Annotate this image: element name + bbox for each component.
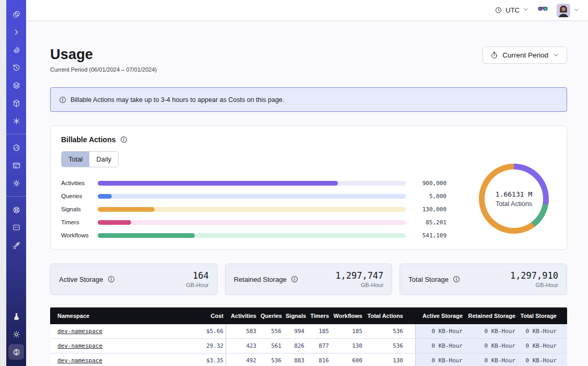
bar-fill [98, 207, 155, 212]
sidebar-divider [6, 196, 26, 197]
workflows-cell: 130 [331, 342, 364, 349]
user-menu[interactable] [557, 4, 580, 17]
timers-cell: 816 [307, 357, 331, 364]
retained-storage-cell: 0 KB-Hour [465, 339, 518, 353]
total-storage-unit: GB-Hour [510, 282, 558, 288]
total-actions-label: Total Actions [496, 200, 532, 208]
3d-glasses-icon[interactable] [537, 4, 548, 17]
cost-cell: $5.66 [175, 328, 226, 335]
chevron-down-icon [573, 6, 580, 15]
table-row: dev-namespace $5.66 583 556 994 185 185 … [50, 324, 567, 339]
workflows-cell: 185 [331, 328, 364, 335]
billing-card-icon[interactable] [8, 157, 24, 173]
retained-storage-card: Retained Storage 1,297,747 GB-Hour [225, 264, 393, 295]
timezone-label: UTC [505, 6, 520, 14]
col-signals: Signals [284, 313, 307, 319]
namespace-usage-table: Namespace Cost Activities Queries Signal… [50, 307, 567, 366]
col-cost: Cost [175, 313, 226, 319]
namespace-link[interactable]: dev-namespace [57, 342, 102, 349]
period-selector-label: Current Period [502, 51, 548, 59]
retained-storage-cell: 0 KB-Hour [465, 324, 518, 338]
namespaces-icon[interactable] [8, 42, 24, 58]
period-selector-button[interactable]: Current Period [483, 47, 567, 64]
namespace-link[interactable]: dev-namespace [57, 357, 102, 364]
sidebar [6, 0, 26, 366]
nexus-asterisk-icon[interactable] [8, 113, 24, 129]
total-storage-label: Total Storage [408, 276, 449, 283]
support-lifebuoy-icon[interactable] [8, 202, 24, 218]
chevron-down-icon [523, 6, 529, 14]
signals-cell: 883 [284, 357, 307, 364]
layers-icon[interactable] [8, 77, 24, 93]
col-active-storage: Active Storage [415, 313, 465, 319]
total-storage-value: 1,297,910 [510, 270, 558, 281]
bar-fill [98, 181, 338, 186]
chart-row-activities: Activities 900,000 [61, 179, 446, 187]
bar-track [98, 207, 406, 212]
total-actions-donut: 1.66131 M Total Actions [479, 164, 549, 234]
bar-track [98, 181, 406, 186]
col-queries: Queries [258, 313, 284, 319]
total-actions-cell: 536 [364, 342, 405, 349]
namespace-link[interactable]: dev-namespace [57, 328, 102, 335]
active-storage-value: 164 [186, 270, 208, 281]
active-storage-unit: GB-Hour [186, 282, 208, 288]
active-storage-cell: 0 KB-Hour [415, 324, 465, 338]
workflows-cell: 600 [331, 357, 364, 364]
expand-chevron-icon[interactable] [8, 24, 24, 40]
col-total-actions: Total Actions [364, 313, 405, 319]
bar-fill [98, 233, 195, 238]
bar-track [98, 220, 406, 225]
storage-summary-row: Active Storage 164 GB-Hour Retained Stor… [50, 264, 567, 295]
labs-flask-icon[interactable] [8, 308, 24, 324]
info-icon[interactable] [453, 276, 460, 283]
main-content: Usage Current Period (06/01/2024 – 07/01… [26, 21, 588, 366]
clock-icon [495, 6, 502, 14]
col-timers: Timers [307, 313, 331, 319]
total-storage-cell: 0 KB-Hour [518, 353, 559, 366]
billable-actions-bar-chart: Activities 900,000 Queries 5,000 Signals… [61, 179, 446, 239]
theme-sun-icon[interactable] [8, 326, 24, 342]
retained-storage-label: Retained Storage [234, 276, 287, 283]
bar-label: Workflows [61, 232, 98, 238]
timers-cell: 877 [307, 342, 331, 349]
info-icon[interactable] [108, 276, 115, 283]
info-icon [59, 96, 66, 104]
avatar [557, 4, 570, 17]
tab-daily[interactable]: Daily [89, 152, 118, 167]
temporal-logo-icon[interactable] [8, 6, 24, 22]
retained-storage-unit: GB-Hour [335, 282, 383, 288]
usage-dollar-icon[interactable] [8, 344, 24, 360]
info-icon[interactable] [120, 136, 127, 143]
deployments-cube-icon[interactable] [8, 95, 24, 111]
total-storage-cell: 0 KB-Hour [518, 339, 559, 353]
tab-total[interactable]: Total [62, 152, 89, 167]
total-storage-cell: 0 KB-Hour [518, 324, 559, 338]
current-period-subtitle: Current Period (06/01/2024 – 07/01/2024) [50, 66, 157, 73]
total-storage-card: Total Storage 1,297,910 GB-Hour [399, 264, 567, 295]
bar-label: Queries [61, 193, 98, 199]
info-icon[interactable] [291, 276, 298, 283]
settings-gear-icon[interactable] [8, 175, 24, 191]
bar-label: Activities [61, 180, 98, 186]
schedules-icon[interactable] [8, 60, 24, 75]
col-namespace: Namespace [50, 313, 175, 319]
col-total-storage: Total Storage [518, 313, 559, 319]
table-header-row: Namespace Cost Activities Queries Signal… [50, 307, 567, 324]
chevron-down-icon [552, 52, 559, 59]
table-row: dev-namespace 29.32 423 561 826 877 130 … [50, 339, 567, 353]
timezone-dropdown[interactable]: UTC [495, 6, 529, 14]
chart-view-toggle: Total Daily [61, 151, 119, 167]
getting-started-rocket-icon[interactable] [8, 237, 24, 253]
sidebar-divider [6, 134, 26, 134]
namespace-cell: dev-namespace [50, 357, 175, 364]
bar-track [98, 194, 406, 199]
docs-monitor-icon[interactable] [8, 220, 24, 235]
bar-value: 5,000 [406, 193, 446, 200]
bar-label: Timers [61, 219, 98, 225]
bar-fill [98, 194, 112, 199]
usage-gauge-icon[interactable] [8, 140, 24, 155]
total-actions-cell: 130 [364, 357, 405, 364]
queries-cell: 561 [258, 342, 284, 349]
topbar: UTC [26, 0, 588, 21]
